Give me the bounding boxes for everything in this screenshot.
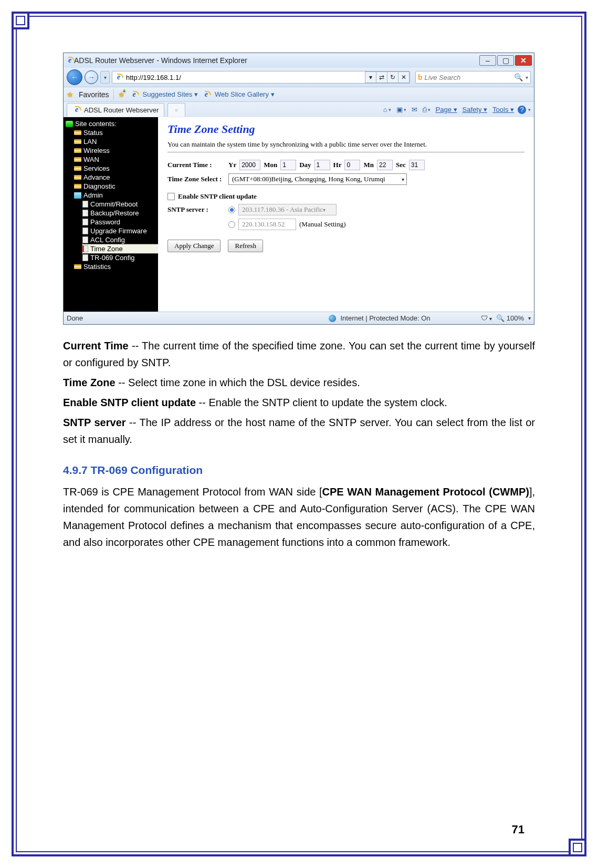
refresh-icon: ↻ xyxy=(390,74,395,81)
safety-menu[interactable]: Safety ▾ xyxy=(461,106,489,113)
search-button[interactable]: 🔍 xyxy=(513,72,523,82)
compat-view-button[interactable]: ⇄ xyxy=(376,71,387,83)
forward-button[interactable]: → xyxy=(85,70,98,84)
sidebar-item-commit[interactable]: Commit/Reboot xyxy=(82,200,158,209)
folder-icon xyxy=(74,148,81,153)
sidebar-item-lan[interactable]: LAN xyxy=(74,137,158,146)
command-bar: ⌂▾ ▣▾ ✉ ⎙▾ Page ▾ Safety ▾ Tools ▾ ?▾ xyxy=(382,106,531,114)
second-input[interactable] xyxy=(409,160,425,170)
year-input[interactable] xyxy=(239,160,260,170)
search-dropdown[interactable]: ▾ xyxy=(526,75,528,80)
web-slice-link[interactable]: Web Slice Gallery ▾ xyxy=(215,90,275,98)
refresh-button-form[interactable]: Refresh xyxy=(228,240,263,252)
sidebar-item-acl[interactable]: ACL Config xyxy=(82,235,158,244)
sntp-radio-2[interactable] xyxy=(228,221,235,228)
sntp-server-row-1: SNTP server : 203.117.180.36 - Asia Paci… xyxy=(167,204,524,215)
minimize-button[interactable]: – xyxy=(479,55,496,66)
history-dropdown[interactable]: ▾ xyxy=(100,71,110,84)
folder-icon xyxy=(74,264,81,269)
sntp-server-input-2[interactable]: 220.130.158.52 xyxy=(238,219,296,230)
sidebar-item-backup[interactable]: Backup/Restore xyxy=(82,209,158,218)
timezone-row: Time Zone Select : (GMT+08:00)Beijing, C… xyxy=(167,173,524,185)
doc-icon xyxy=(82,228,88,234)
document-text: Current Time -- The current time of the … xyxy=(63,337,535,551)
manual-setting-label: (Manual Setting) xyxy=(299,220,345,229)
shield-icon: 🛡 xyxy=(481,314,488,322)
window-title: ADSL Router Webserver - Windows Internet… xyxy=(74,56,247,65)
feeds-button[interactable]: ▣▾ xyxy=(395,106,408,113)
sidebar-item-upgrade[interactable]: Upgrade Firmware xyxy=(82,226,158,235)
stop-button[interactable]: ✕ xyxy=(398,71,410,83)
doc-selected-icon xyxy=(82,245,88,252)
sidebar-item-timezone[interactable]: Time Zone xyxy=(82,244,158,253)
status-done: Done xyxy=(67,314,83,322)
main-pane: Time Zone Setting You can maintain the s… xyxy=(158,117,534,312)
sntp-server-select-1[interactable]: 203.117.180.36 - Asia Pacific ▾ xyxy=(238,204,337,215)
sidebar-item-advance[interactable]: Advance xyxy=(74,173,158,182)
favorites-label[interactable]: Favorites xyxy=(79,90,109,99)
sidebar-item-diagnostic[interactable]: Diagnostic xyxy=(74,182,158,191)
search-input[interactable] xyxy=(425,74,513,81)
current-time-label: Current Time : xyxy=(167,161,225,169)
home-button[interactable]: ⌂▾ xyxy=(382,106,393,113)
folder-icon xyxy=(74,130,81,135)
read-mail-button[interactable]: ✉ xyxy=(410,106,419,113)
favorites-star-icon: ★ xyxy=(67,90,74,99)
new-tab-button[interactable]: ▫ xyxy=(167,103,185,117)
suggested-sites-link[interactable]: Suggested Sites ▾ xyxy=(143,90,198,98)
back-button[interactable]: ← xyxy=(67,69,82,85)
month-input[interactable] xyxy=(280,160,296,170)
zoom-button[interactable]: 🔍 100% xyxy=(496,314,524,322)
folder-icon xyxy=(74,139,81,144)
term-sntp-server: SNTP server xyxy=(63,417,126,428)
page-menu[interactable]: Page ▾ xyxy=(434,106,459,113)
sidebar-item-services[interactable]: Services xyxy=(74,164,158,173)
url-input[interactable] xyxy=(125,74,365,81)
hour-input[interactable] xyxy=(344,160,360,170)
security-report-button[interactable]: 🛡 ▾ xyxy=(481,314,492,322)
help-button[interactable]: ? xyxy=(518,106,526,114)
favorites-bar: ★ Favorites ★ e Suggested Sites ▾ e Web … xyxy=(64,87,534,101)
folder-open-icon xyxy=(74,192,81,199)
sidebar-item-status[interactable]: Status xyxy=(74,128,158,137)
stop-icon: ✕ xyxy=(401,74,406,81)
sidebar-item-statistics[interactable]: Statistics xyxy=(74,262,158,271)
doc-icon xyxy=(82,201,88,208)
maximize-button[interactable]: ▢ xyxy=(497,55,514,66)
folder-icon xyxy=(74,157,81,162)
doc-icon xyxy=(82,210,88,216)
folder-icon xyxy=(74,166,81,171)
sntp-radio-1[interactable] xyxy=(228,206,235,213)
tab-bar: e ADSL Router Webserver ▫ ⌂▾ ▣▾ ✉ ⎙▾ Pag… xyxy=(64,101,534,117)
sidebar-item-wan[interactable]: WAN xyxy=(74,155,158,164)
sidebar-item-wireless[interactable]: Wireless xyxy=(74,146,158,155)
close-button[interactable]: ✕ xyxy=(515,55,532,66)
apply-change-button[interactable]: Apply Change xyxy=(167,240,221,252)
search-bar[interactable]: b 🔍 ▾ xyxy=(415,71,531,84)
zoom-dropdown[interactable]: ▾ xyxy=(528,315,531,321)
day-input[interactable] xyxy=(314,160,330,170)
tab-adsl-router[interactable]: e ADSL Router Webserver xyxy=(67,103,164,117)
timezone-select[interactable]: (GMT+08:00)Beijing, Chongqing, Hong Kong… xyxy=(228,173,407,185)
print-button[interactable]: ⎙▾ xyxy=(421,106,432,113)
sidebar-item-admin[interactable]: Admin xyxy=(74,191,158,200)
section-heading-tr069: 4.9.7 TR-069 Configuration xyxy=(63,461,535,479)
sidebar-item-tr069[interactable]: TR-069 Config xyxy=(82,253,158,262)
sntp-server-row-2: 220.130.158.52 (Manual Setting) xyxy=(167,219,524,230)
enable-sntp-row: Enable SNTP client update xyxy=(167,192,524,201)
address-bar[interactable]: e ▾ ⇄ ↻ ✕ xyxy=(112,71,410,84)
address-dropdown[interactable]: ▾ xyxy=(365,71,376,83)
sidebar-item-password[interactable]: Password xyxy=(82,218,158,226)
page-desc: You can maintain the system time by sync… xyxy=(167,140,524,149)
sntp-label: SNTP server : xyxy=(167,205,225,214)
tools-menu[interactable]: Tools ▾ xyxy=(491,106,516,113)
ie-logo-icon: e xyxy=(66,56,74,65)
minute-input[interactable] xyxy=(377,160,393,170)
page-content: e ADSL Router Webserver - Windows Intern… xyxy=(63,53,535,815)
add-favorite-icon[interactable]: ★ xyxy=(118,90,125,99)
favicon-icon: e xyxy=(114,73,123,81)
enable-sntp-checkbox[interactable] xyxy=(167,193,175,200)
status-mode: Internet | Protected Mode: On xyxy=(340,314,430,322)
timezone-label: Time Zone Select : xyxy=(167,175,225,183)
refresh-button[interactable]: ↻ xyxy=(387,71,398,83)
